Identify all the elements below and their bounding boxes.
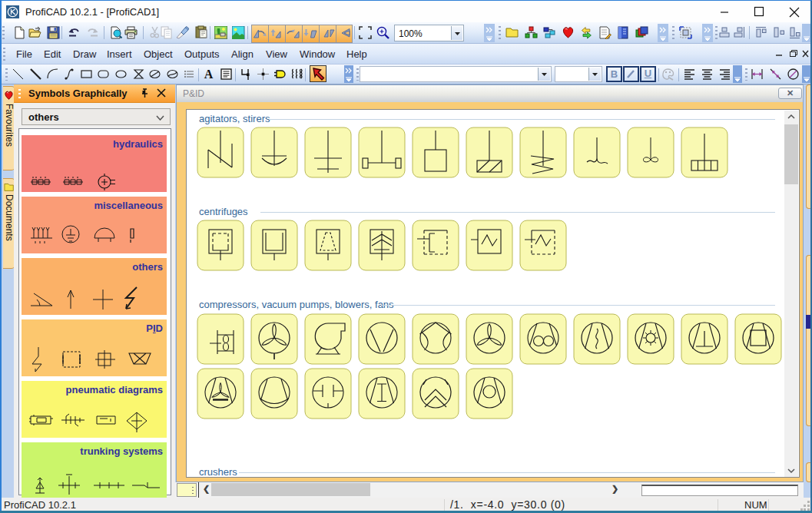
- svg-text:compressors, vacuum pumps, blo: compressors, vacuum pumps, blowers, fans: [199, 299, 394, 310]
- svg-text:agitators, stirers: agitators, stirers: [199, 113, 270, 124]
- svg-text:A: A: [204, 68, 214, 81]
- svg-text:crushers: crushers: [199, 466, 237, 477]
- svg-text:centrifuges: centrifuges: [199, 206, 248, 217]
